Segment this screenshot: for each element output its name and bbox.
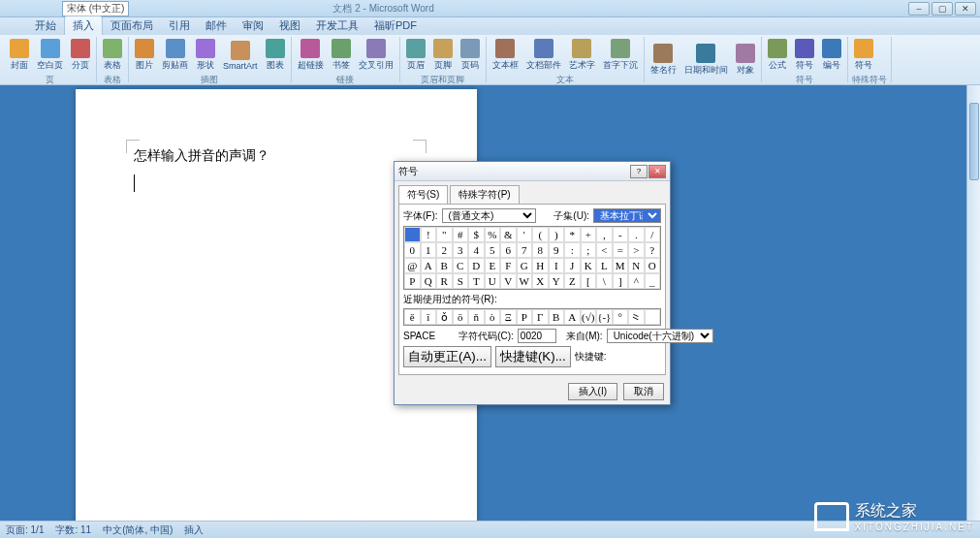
dialog-tab-1[interactable]: 特殊字符(P) (450, 185, 519, 204)
tab-7[interactable]: 开发工具 (308, 16, 366, 35)
recent-cell[interactable]: (√) (581, 309, 597, 325)
recent-cell[interactable]: ī (421, 309, 437, 325)
char-cell[interactable]: 6 (500, 242, 517, 258)
tab-8[interactable]: 福昕PDF (366, 16, 425, 35)
char-cell[interactable]: J (564, 258, 581, 273)
char-cell[interactable]: X (532, 273, 549, 289)
maximize-button[interactable]: ▢ (932, 2, 953, 16)
char-cell[interactable] (404, 227, 421, 242)
char-cell[interactable]: > (628, 242, 645, 258)
char-cell[interactable]: " (436, 227, 453, 242)
status-page[interactable]: 页面: 1/1 (6, 523, 44, 537)
minimize-button[interactable]: – (908, 2, 930, 16)
recent-cell[interactable]: ⺀ (628, 309, 645, 325)
insert-button[interactable]: 插入(I) (568, 383, 617, 400)
char-cell[interactable]: N (628, 258, 645, 273)
ribbon-item[interactable]: 形状 (194, 37, 217, 74)
char-cell[interactable]: I (549, 258, 565, 273)
recent-cell[interactable]: ò (485, 309, 501, 325)
tab-3[interactable]: 引用 (161, 16, 198, 35)
ribbon-item[interactable]: 分页 (69, 37, 92, 74)
char-cell[interactable]: D (468, 258, 485, 273)
char-cell[interactable]: & (500, 227, 517, 242)
ribbon-item[interactable]: 对象 (734, 42, 757, 79)
tab-5[interactable]: 审阅 (235, 16, 271, 35)
char-cell[interactable]: E (485, 258, 501, 273)
char-cell[interactable]: L (596, 258, 613, 273)
char-cell[interactable]: H (532, 258, 549, 273)
char-cell[interactable]: . (628, 227, 645, 242)
char-cell[interactable]: S (453, 273, 469, 289)
tab-4[interactable]: 邮件 (198, 16, 235, 35)
tab-1[interactable]: 插入 (64, 16, 103, 35)
char-cell[interactable]: ^ (628, 273, 645, 289)
ribbon-item[interactable]: 图片 (133, 37, 156, 74)
status-lang[interactable]: 中文(简体, 中国) (103, 523, 173, 537)
vertical-scrollbar[interactable] (966, 85, 980, 521)
ribbon-item[interactable]: 签名行 (648, 42, 679, 79)
from-select[interactable]: Unicode(十六进制) (607, 329, 713, 343)
font-selector[interactable]: 宋体 (中文正) (62, 1, 129, 16)
char-cell[interactable]: ? (645, 242, 661, 258)
recent-cell[interactable]: Ξ (500, 309, 517, 325)
char-cell[interactable]: ; (581, 242, 597, 258)
close-button[interactable]: ✕ (955, 2, 976, 16)
status-mode[interactable]: 插入 (184, 523, 204, 537)
char-cell[interactable]: Z (564, 273, 581, 289)
ribbon-item[interactable]: 艺术字 (567, 37, 597, 74)
ribbon-item[interactable]: 文本框 (490, 37, 521, 74)
autocorrect-button[interactable]: 自动更正(A)... (403, 346, 491, 367)
ribbon-item[interactable]: 图表 (264, 37, 287, 74)
ribbon-item[interactable]: 编号 (820, 37, 843, 74)
char-cell[interactable]: 2 (436, 242, 453, 258)
char-cell[interactable]: ! (421, 227, 437, 242)
ribbon-item[interactable]: 超链接 (296, 37, 326, 74)
ribbon-item[interactable]: 空白页 (35, 37, 65, 74)
recent-cell[interactable]: ǒ (436, 309, 453, 325)
char-code-input[interactable] (518, 329, 556, 343)
char-cell[interactable]: % (485, 227, 501, 242)
char-cell[interactable]: - (613, 227, 629, 242)
recent-grid[interactable]: ěīǒōňòΞΡΓΒΑ(√){-}°⺀ (403, 308, 661, 326)
char-cell[interactable]: # (453, 227, 469, 242)
char-cell[interactable]: R (436, 273, 453, 289)
tab-6[interactable]: 视图 (271, 16, 308, 35)
char-cell[interactable]: G (517, 258, 533, 273)
char-cell[interactable]: C (453, 258, 469, 273)
char-cell[interactable]: W (517, 273, 533, 289)
ribbon-item[interactable]: 封面 (8, 37, 31, 74)
char-cell[interactable]: V (500, 273, 517, 289)
shortcut-button[interactable]: 快捷键(K)... (495, 346, 571, 367)
char-cell[interactable]: 1 (421, 242, 437, 258)
recent-cell[interactable]: Γ (532, 309, 549, 325)
recent-cell[interactable]: Α (564, 309, 581, 325)
char-cell[interactable]: : (564, 242, 581, 258)
char-cell[interactable]: ( (532, 227, 549, 242)
tab-2[interactable]: 页面布局 (103, 16, 161, 35)
char-cell[interactable]: 9 (549, 242, 565, 258)
char-cell[interactable]: \ (596, 273, 613, 289)
char-cell[interactable]: T (468, 273, 485, 289)
dialog-titlebar[interactable]: 符号 ? ✕ (395, 162, 670, 181)
char-cell[interactable]: A (421, 258, 437, 273)
dialog-tab-0[interactable]: 符号(S) (398, 185, 448, 204)
scrollbar-thumb[interactable] (969, 103, 979, 180)
char-cell[interactable]: ' (517, 227, 533, 242)
char-cell[interactable]: 3 (453, 242, 469, 258)
char-cell[interactable]: + (581, 227, 597, 242)
ribbon-item[interactable]: 页眉 (404, 37, 427, 74)
tab-0[interactable]: 开始 (27, 16, 64, 35)
char-cell[interactable]: 8 (532, 242, 549, 258)
font-select[interactable]: (普通文本) (442, 208, 537, 223)
status-words[interactable]: 字数: 11 (55, 523, 91, 537)
recent-cell[interactable]: {-} (596, 309, 613, 325)
char-cell[interactable]: ] (613, 273, 629, 289)
cancel-button[interactable]: 取消 (623, 383, 664, 400)
dialog-help-button[interactable]: ? (630, 165, 648, 178)
char-cell[interactable]: 0 (404, 242, 421, 258)
char-cell[interactable]: Q (421, 273, 437, 289)
char-cell[interactable]: P (404, 273, 421, 289)
ribbon-item[interactable]: 页脚 (431, 37, 455, 74)
recent-cell[interactable]: Β (549, 309, 565, 325)
ribbon-item[interactable]: 交叉引用 (357, 37, 395, 74)
